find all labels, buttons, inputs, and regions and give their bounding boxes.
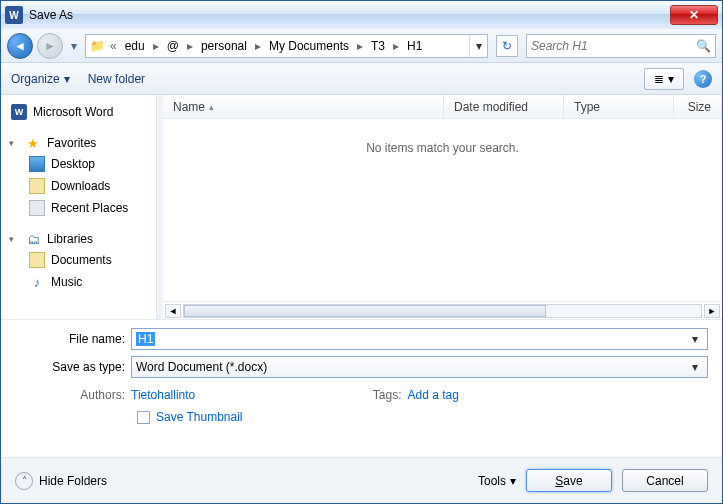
save-as-dialog: W Save As ✕ ◄ ► ▾ 📁 « edu▸ @▸ personal▸ …	[0, 0, 723, 504]
breadcrumb-overflow[interactable]: «	[108, 39, 119, 53]
collapse-icon: ▾	[9, 138, 19, 148]
scroll-left-button[interactable]: ◄	[165, 304, 181, 318]
back-button[interactable]: ◄	[7, 33, 33, 59]
breadcrumb-item[interactable]: My Documents	[263, 35, 355, 57]
star-icon: ★	[25, 135, 41, 151]
tools-menu[interactable]: Tools ▾	[478, 474, 516, 488]
cancel-button[interactable]: Cancel	[622, 469, 708, 492]
collapse-icon: ▾	[9, 234, 19, 244]
sidebar-item-word[interactable]: WMicrosoft Word	[7, 101, 156, 123]
breadcrumb-dropdown[interactable]: ▾	[469, 35, 487, 57]
sidebar-item-downloads[interactable]: Downloads	[7, 175, 156, 197]
column-date[interactable]: Date modified	[444, 95, 564, 118]
chevron-up-icon: ˄	[15, 472, 33, 490]
column-size[interactable]: Size	[674, 95, 722, 118]
refresh-button[interactable]: ↻	[496, 35, 518, 57]
sidebar-group-favorites[interactable]: ▾★Favorites	[7, 133, 156, 153]
breadcrumb-item[interactable]: H1	[401, 35, 428, 57]
recent-icon	[29, 200, 45, 216]
libraries-icon: 🗂	[25, 231, 41, 247]
help-button[interactable]: ?	[694, 70, 712, 88]
sidebar-item-recent[interactable]: Recent Places	[7, 197, 156, 219]
savetype-value: Word Document (*.docx)	[136, 360, 267, 374]
chevron-down-icon: ▾	[510, 474, 516, 488]
tags-value[interactable]: Add a tag	[408, 388, 459, 402]
column-headers: Name▴ Date modified Type Size	[163, 95, 722, 119]
sidebar-item-music[interactable]: ♪Music	[7, 271, 156, 293]
empty-message: No items match your search.	[163, 119, 722, 301]
breadcrumb-item[interactable]: @	[161, 35, 185, 57]
folder-icon: 📁	[86, 39, 108, 53]
breadcrumb-item[interactable]: personal	[195, 35, 253, 57]
horizontal-scrollbar[interactable]: ◄ ►	[163, 301, 722, 319]
word-icon: W	[11, 104, 27, 120]
music-icon: ♪	[29, 274, 45, 290]
breadcrumb-item[interactable]: edu	[119, 35, 151, 57]
sidebar-item-documents[interactable]: Documents	[7, 249, 156, 271]
sort-indicator-icon: ▴	[209, 102, 214, 112]
tags-label: Tags:	[362, 388, 402, 402]
scroll-thumb[interactable]	[184, 305, 546, 317]
recent-locations-dropdown[interactable]: ▾	[67, 35, 81, 57]
nav-bar: ◄ ► ▾ 📁 « edu▸ @▸ personal▸ My Documents…	[1, 29, 722, 63]
documents-icon	[29, 252, 45, 268]
filename-value[interactable]: H1	[136, 332, 155, 346]
filename-label: File name:	[15, 332, 125, 346]
word-app-icon: W	[5, 6, 23, 24]
breadcrumb-bar[interactable]: 📁 « edu▸ @▸ personal▸ My Documents▸ T3▸ …	[85, 34, 488, 58]
navigation-pane: WMicrosoft Word ▾★Favorites Desktop Down…	[1, 95, 157, 319]
window-title: Save As	[29, 8, 73, 22]
footer: ˄ Hide Folders Tools ▾ Save Cancel	[1, 457, 722, 503]
chevron-down-icon: ▾	[64, 72, 70, 86]
new-folder-button[interactable]: New folder	[88, 72, 145, 86]
scroll-track[interactable]	[183, 304, 702, 318]
filename-dropdown[interactable]: ▾	[687, 332, 703, 346]
column-name[interactable]: Name▴	[163, 95, 444, 118]
authors-label: Authors:	[15, 388, 125, 402]
file-list: Name▴ Date modified Type Size No items m…	[163, 95, 722, 319]
save-thumbnail-checkbox[interactable]	[137, 411, 150, 424]
downloads-icon	[29, 178, 45, 194]
scroll-right-button[interactable]: ►	[704, 304, 720, 318]
save-thumbnail-label[interactable]: Save Thumbnail	[156, 410, 243, 424]
sidebar-group-libraries[interactable]: ▾🗂Libraries	[7, 229, 156, 249]
search-box[interactable]: 🔍	[526, 34, 716, 58]
hide-folders-button[interactable]: ˄ Hide Folders	[15, 472, 107, 490]
savetype-dropdown[interactable]: ▾	[687, 360, 703, 374]
breadcrumb-item[interactable]: T3	[365, 35, 391, 57]
sidebar-item-desktop[interactable]: Desktop	[7, 153, 156, 175]
organize-button[interactable]: Organize ▾	[11, 72, 70, 86]
savetype-label: Save as type:	[15, 360, 125, 374]
desktop-icon	[29, 156, 45, 172]
filename-field[interactable]: H1 ▾	[131, 328, 708, 350]
form-area: File name: H1 ▾ Save as type: Word Docum…	[1, 319, 722, 430]
search-icon[interactable]: 🔍	[696, 39, 711, 53]
view-options-button[interactable]: ≣ ▾	[644, 68, 684, 90]
column-type[interactable]: Type	[564, 95, 674, 118]
titlebar: W Save As ✕	[1, 1, 722, 29]
close-button[interactable]: ✕	[670, 5, 718, 25]
forward-button[interactable]: ►	[37, 33, 63, 59]
authors-value[interactable]: Tietohallinto	[131, 388, 195, 402]
toolbar: Organize ▾ New folder ≣ ▾ ?	[1, 63, 722, 95]
savetype-field[interactable]: Word Document (*.docx) ▾	[131, 356, 708, 378]
search-input[interactable]	[531, 39, 696, 53]
save-button[interactable]: Save	[526, 469, 612, 492]
